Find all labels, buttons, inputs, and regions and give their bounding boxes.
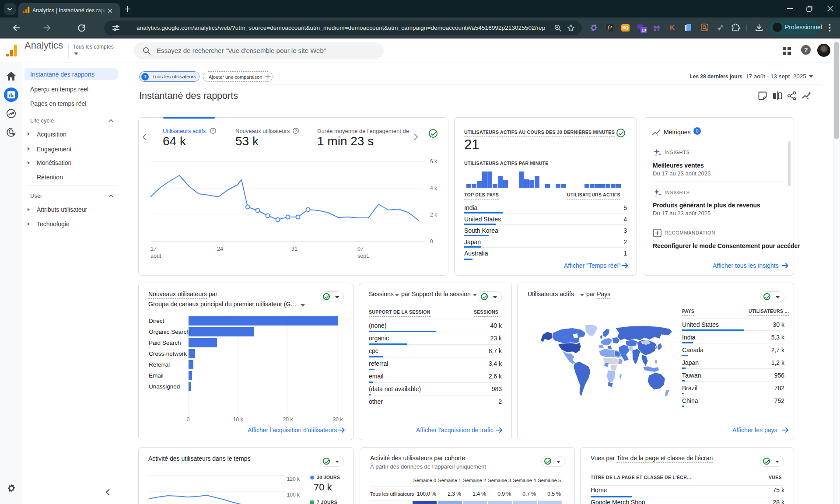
- svg-text:17: 17: [150, 246, 157, 252]
- svg-text:Direct: Direct: [149, 318, 164, 324]
- svg-text:31: 31: [291, 246, 298, 252]
- svg-text:30 k: 30 k: [332, 416, 343, 423]
- svg-text:sept.: sept.: [357, 253, 369, 259]
- svg-text:10 k: 10 k: [233, 416, 243, 423]
- svg-text:Organic Search: Organic Search: [149, 329, 190, 335]
- svg-text:2 k: 2 k: [430, 212, 438, 218]
- svg-text:20 k: 20 k: [283, 416, 293, 423]
- svg-text:Cross-network: Cross-network: [149, 350, 187, 357]
- svg-text:Paid Search: Paid Search: [149, 340, 181, 346]
- svg-text:120 k: 120 k: [287, 476, 300, 482]
- svg-text:Email: Email: [149, 372, 164, 379]
- svg-text:4 k: 4 k: [430, 185, 438, 191]
- svg-text:août: août: [150, 253, 161, 259]
- svg-text:6 k: 6 k: [430, 158, 438, 164]
- svg-text:07: 07: [357, 246, 364, 252]
- svg-text:?: ?: [212, 129, 214, 133]
- svg-text:24: 24: [217, 246, 223, 252]
- svg-text:?: ?: [294, 129, 297, 133]
- svg-text:Referral: Referral: [149, 361, 170, 368]
- svg-text:0: 0: [430, 238, 433, 245]
- svg-text:100 k: 100 k: [287, 492, 300, 498]
- svg-text:Unassigned: Unassigned: [149, 383, 180, 390]
- svg-text:0: 0: [187, 416, 190, 423]
